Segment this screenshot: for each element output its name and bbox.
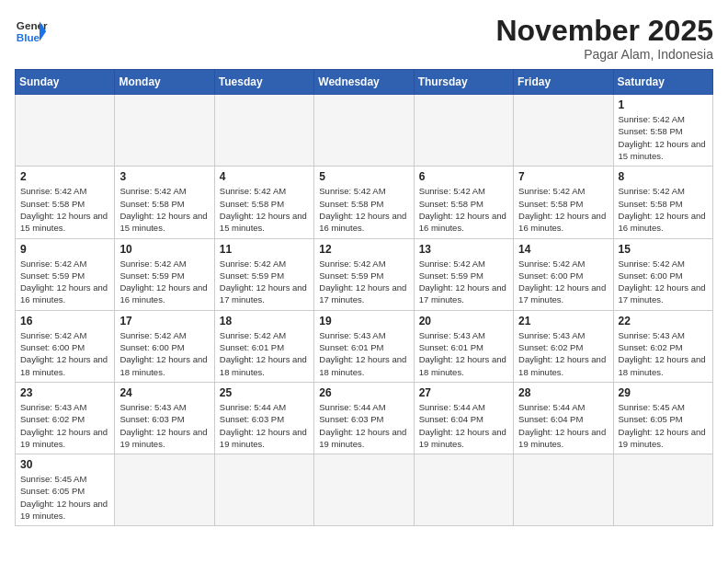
calendar-cell bbox=[16, 95, 115, 167]
day-number: 6 bbox=[419, 170, 508, 183]
calendar-cell: 24Sunrise: 5:43 AM Sunset: 6:03 PM Dayli… bbox=[115, 382, 214, 454]
calendar-cell: 23Sunrise: 5:43 AM Sunset: 6:02 PM Dayli… bbox=[16, 382, 115, 454]
logo-icon: General Blue bbox=[15, 15, 48, 48]
calendar-cell bbox=[414, 95, 513, 167]
day-number: 7 bbox=[518, 170, 608, 183]
calendar-cell: 3Sunrise: 5:42 AM Sunset: 5:58 PM Daylig… bbox=[115, 167, 214, 238]
day-info: Sunrise: 5:44 AM Sunset: 6:03 PM Dayligh… bbox=[220, 401, 309, 450]
calendar-cell bbox=[214, 454, 313, 526]
day-info: Sunrise: 5:43 AM Sunset: 6:01 PM Dayligh… bbox=[319, 329, 408, 378]
day-info: Sunrise: 5:43 AM Sunset: 6:03 PM Dayligh… bbox=[119, 401, 209, 450]
weekday-header-tuesday: Tuesday bbox=[214, 70, 313, 95]
day-number: 28 bbox=[518, 386, 608, 399]
calendar-week-3: 9Sunrise: 5:42 AM Sunset: 5:59 PM Daylig… bbox=[16, 238, 713, 310]
calendar-cell: 17Sunrise: 5:42 AM Sunset: 6:00 PM Dayli… bbox=[115, 310, 214, 382]
day-info: Sunrise: 5:43 AM Sunset: 6:01 PM Dayligh… bbox=[419, 329, 508, 378]
calendar-cell: 9Sunrise: 5:42 AM Sunset: 5:59 PM Daylig… bbox=[16, 238, 115, 310]
calendar-cell bbox=[314, 95, 414, 167]
day-info: Sunrise: 5:42 AM Sunset: 6:01 PM Dayligh… bbox=[220, 329, 309, 378]
day-number: 11 bbox=[220, 243, 309, 256]
day-info: Sunrise: 5:42 AM Sunset: 5:58 PM Dayligh… bbox=[220, 185, 309, 234]
day-number: 17 bbox=[119, 315, 209, 327]
day-number: 13 bbox=[419, 243, 508, 256]
day-info: Sunrise: 5:43 AM Sunset: 6:02 PM Dayligh… bbox=[518, 329, 608, 378]
day-number: 9 bbox=[20, 243, 109, 256]
day-number: 27 bbox=[419, 386, 508, 399]
day-info: Sunrise: 5:42 AM Sunset: 5:58 PM Dayligh… bbox=[119, 185, 209, 234]
day-info: Sunrise: 5:42 AM Sunset: 5:59 PM Dayligh… bbox=[20, 258, 109, 306]
calendar-cell: 25Sunrise: 5:44 AM Sunset: 6:03 PM Dayli… bbox=[214, 382, 313, 454]
day-number: 1 bbox=[619, 98, 708, 111]
location-title: Pagar Alam, Indonesia bbox=[495, 47, 713, 62]
calendar-cell: 27Sunrise: 5:44 AM Sunset: 6:04 PM Dayli… bbox=[414, 382, 513, 454]
day-number: 29 bbox=[619, 386, 708, 399]
day-number: 24 bbox=[119, 386, 209, 399]
calendar-cell: 2Sunrise: 5:42 AM Sunset: 5:58 PM Daylig… bbox=[16, 167, 115, 238]
day-info: Sunrise: 5:42 AM Sunset: 5:58 PM Dayligh… bbox=[419, 185, 508, 234]
calendar-cell: 16Sunrise: 5:42 AM Sunset: 6:00 PM Dayli… bbox=[16, 310, 115, 382]
calendar-cell: 18Sunrise: 5:42 AM Sunset: 6:01 PM Dayli… bbox=[214, 310, 313, 382]
day-number: 4 bbox=[220, 170, 309, 183]
calendar-cell: 29Sunrise: 5:45 AM Sunset: 6:05 PM Dayli… bbox=[613, 382, 712, 454]
day-info: Sunrise: 5:45 AM Sunset: 6:05 PM Dayligh… bbox=[619, 401, 708, 450]
day-info: Sunrise: 5:42 AM Sunset: 6:00 PM Dayligh… bbox=[619, 258, 708, 306]
calendar-cell: 13Sunrise: 5:42 AM Sunset: 5:59 PM Dayli… bbox=[414, 238, 513, 310]
month-title: November 2025 bbox=[495, 15, 713, 47]
calendar-week-4: 16Sunrise: 5:42 AM Sunset: 6:00 PM Dayli… bbox=[16, 310, 713, 382]
calendar-cell: 1Sunrise: 5:42 AM Sunset: 5:58 PM Daylig… bbox=[613, 95, 712, 167]
day-info: Sunrise: 5:42 AM Sunset: 5:58 PM Dayligh… bbox=[20, 185, 109, 234]
day-number: 26 bbox=[319, 386, 408, 399]
weekday-header-monday: Monday bbox=[115, 70, 214, 95]
day-number: 15 bbox=[619, 243, 708, 256]
calendar-cell: 8Sunrise: 5:42 AM Sunset: 5:58 PM Daylig… bbox=[613, 167, 712, 238]
day-info: Sunrise: 5:42 AM Sunset: 6:00 PM Dayligh… bbox=[20, 329, 109, 378]
calendar-cell bbox=[314, 454, 414, 526]
calendar-cell: 15Sunrise: 5:42 AM Sunset: 6:00 PM Dayli… bbox=[613, 238, 712, 310]
day-info: Sunrise: 5:42 AM Sunset: 5:59 PM Dayligh… bbox=[319, 258, 408, 306]
calendar-cell bbox=[514, 95, 613, 167]
day-number: 18 bbox=[220, 315, 309, 327]
weekday-header-wednesday: Wednesday bbox=[314, 70, 414, 95]
day-info: Sunrise: 5:42 AM Sunset: 6:00 PM Dayligh… bbox=[119, 329, 209, 378]
calendar-table: SundayMondayTuesdayWednesdayThursdayFrid… bbox=[15, 69, 713, 526]
calendar-cell: 11Sunrise: 5:42 AM Sunset: 5:59 PM Dayli… bbox=[214, 238, 313, 310]
day-info: Sunrise: 5:44 AM Sunset: 6:04 PM Dayligh… bbox=[419, 401, 508, 450]
calendar-cell bbox=[414, 454, 513, 526]
calendar-cell bbox=[613, 454, 712, 526]
day-number: 25 bbox=[220, 386, 309, 399]
day-number: 21 bbox=[518, 315, 608, 327]
svg-text:Blue: Blue bbox=[17, 31, 40, 43]
day-info: Sunrise: 5:42 AM Sunset: 5:59 PM Dayligh… bbox=[220, 258, 309, 306]
day-number: 20 bbox=[419, 315, 508, 327]
title-area: November 2025 Pagar Alam, Indonesia bbox=[495, 15, 713, 62]
weekday-header-friday: Friday bbox=[514, 70, 613, 95]
calendar-cell: 5Sunrise: 5:42 AM Sunset: 5:58 PM Daylig… bbox=[314, 167, 414, 238]
day-info: Sunrise: 5:44 AM Sunset: 6:03 PM Dayligh… bbox=[319, 401, 408, 450]
calendar-cell: 22Sunrise: 5:43 AM Sunset: 6:02 PM Dayli… bbox=[613, 310, 712, 382]
day-info: Sunrise: 5:42 AM Sunset: 6:00 PM Dayligh… bbox=[518, 258, 608, 306]
day-number: 22 bbox=[619, 315, 708, 327]
calendar-cell: 19Sunrise: 5:43 AM Sunset: 6:01 PM Dayli… bbox=[314, 310, 414, 382]
calendar-cell: 7Sunrise: 5:42 AM Sunset: 5:58 PM Daylig… bbox=[514, 167, 613, 238]
logo: General Blue bbox=[15, 15, 48, 48]
calendar-header: General Blue November 2025 Pagar Alam, I… bbox=[15, 15, 713, 62]
calendar-cell bbox=[115, 454, 214, 526]
calendar-cell bbox=[214, 95, 313, 167]
day-info: Sunrise: 5:42 AM Sunset: 5:59 PM Dayligh… bbox=[119, 258, 209, 306]
calendar-cell bbox=[514, 454, 613, 526]
calendar-cell: 20Sunrise: 5:43 AM Sunset: 6:01 PM Dayli… bbox=[414, 310, 513, 382]
day-info: Sunrise: 5:43 AM Sunset: 6:02 PM Dayligh… bbox=[619, 329, 708, 378]
calendar-cell: 4Sunrise: 5:42 AM Sunset: 5:58 PM Daylig… bbox=[214, 167, 313, 238]
calendar-header-row: SundayMondayTuesdayWednesdayThursdayFrid… bbox=[16, 70, 713, 95]
day-number: 16 bbox=[20, 315, 109, 327]
calendar-week-6: 30Sunrise: 5:45 AM Sunset: 6:05 PM Dayli… bbox=[16, 454, 713, 526]
day-number: 3 bbox=[119, 170, 209, 183]
day-number: 5 bbox=[319, 170, 408, 183]
day-info: Sunrise: 5:43 AM Sunset: 6:02 PM Dayligh… bbox=[20, 401, 109, 450]
calendar-cell: 26Sunrise: 5:44 AM Sunset: 6:03 PM Dayli… bbox=[314, 382, 414, 454]
calendar-cell bbox=[115, 95, 214, 167]
calendar-cell: 28Sunrise: 5:44 AM Sunset: 6:04 PM Dayli… bbox=[514, 382, 613, 454]
day-number: 8 bbox=[619, 170, 708, 183]
day-info: Sunrise: 5:42 AM Sunset: 5:58 PM Dayligh… bbox=[518, 185, 608, 234]
day-info: Sunrise: 5:44 AM Sunset: 6:04 PM Dayligh… bbox=[518, 401, 608, 450]
